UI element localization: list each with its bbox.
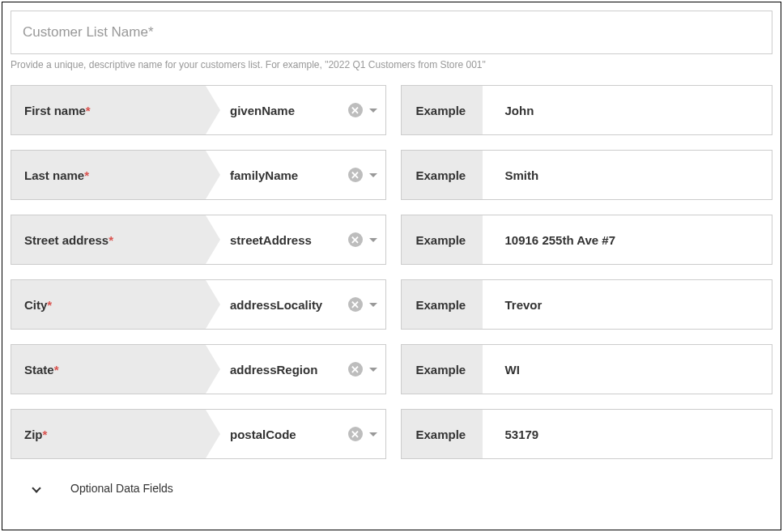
field-label-text: State [24,363,54,377]
field-row: City*addressLocality✕ExampleTrevor [11,279,772,330]
clear-icon[interactable]: ✕ [348,103,363,117]
example-label: Example [402,151,483,199]
chevron-down-icon[interactable] [369,432,377,436]
field-mapping-value: streetAddress [230,233,343,247]
clear-icon[interactable]: ✕ [348,232,363,247]
field-mapping-select[interactable]: addressLocality✕ [206,280,385,329]
field-example-box: ExampleJohn [401,85,773,135]
field-mapping-box: City*addressLocality✕ [11,279,386,330]
field-mapping-box: First name*givenName✕ [11,85,386,135]
example-value: WI [483,345,772,394]
field-label: Zip* [11,410,206,458]
example-label: Example [402,345,483,394]
required-asterisk: * [109,233,113,247]
field-label-text: Zip [24,428,43,441]
field-label: State* [11,345,206,394]
field-mapping-value: familyName [230,168,343,182]
field-label-text: Street address [24,233,109,247]
field-example-box: ExampleWI [401,344,773,394]
field-mapping-box: State*addressRegion✕ [11,344,386,394]
field-row: Street address*streetAddress✕Example1091… [11,215,772,265]
field-mapping-box: Street address*streetAddress✕ [11,215,386,265]
field-row: Zip*postalCode✕Example53179 [11,409,772,459]
clear-icon[interactable]: ✕ [348,297,363,312]
field-mapping-value: addressLocality [230,298,343,312]
field-row: Last name*familyName✕ExampleSmith [11,150,772,200]
required-asterisk: * [84,168,89,182]
example-value: Trevor [483,280,772,329]
field-label: City* [11,280,206,329]
field-mapping-value: addressRegion [230,363,343,377]
required-asterisk: * [54,363,59,377]
form-container: Provide a unique, descriptive name for y… [2,2,781,530]
field-label: First name* [11,86,206,134]
example-label: Example [402,215,483,264]
field-example-box: ExampleTrevor [401,279,773,330]
field-label: Last name* [11,151,206,199]
field-mapping-value: givenName [230,104,343,117]
clear-icon[interactable]: ✕ [348,362,363,377]
field-label-text: Last name [24,168,84,182]
example-label: Example [402,86,483,134]
required-asterisk: * [47,298,52,312]
example-label: Example [402,410,483,458]
customer-list-name-input[interactable] [11,11,772,54]
chevron-down-icon [32,483,40,492]
field-row: First name*givenName✕ExampleJohn [11,85,772,135]
field-mapping-select[interactable]: familyName✕ [206,151,385,199]
required-asterisk: * [43,428,48,441]
example-value: 10916 255th Ave #7 [483,215,772,264]
chevron-down-icon[interactable] [369,368,377,372]
name-hint: Provide a unique, descriptive name for y… [11,59,772,70]
example-value: 53179 [483,410,772,458]
field-mapping-select[interactable]: addressRegion✕ [206,345,385,394]
field-mapping-box: Zip*postalCode✕ [11,409,386,459]
example-label: Example [402,280,483,329]
field-mapping-select[interactable]: streetAddress✕ [206,215,385,264]
field-example-box: Example10916 255th Ave #7 [401,215,773,265]
field-mapping-select[interactable]: givenName✕ [206,86,385,134]
optional-data-fields-toggle[interactable]: Optional Data Fields [11,482,772,495]
field-example-box: ExampleSmith [401,150,773,200]
field-mapping-box: Last name*familyName✕ [11,150,386,200]
example-value: John [483,86,772,134]
field-row: State*addressRegion✕ExampleWI [11,344,772,394]
chevron-down-icon[interactable] [369,173,377,177]
field-label-text: City [24,298,47,312]
field-mapping-select[interactable]: postalCode✕ [206,410,385,458]
field-example-box: Example53179 [401,409,773,459]
example-value: Smith [483,151,772,199]
chevron-down-icon[interactable] [369,238,377,242]
optional-data-fields-label: Optional Data Fields [70,482,173,495]
clear-icon[interactable]: ✕ [348,427,363,441]
clear-icon[interactable]: ✕ [348,168,363,182]
field-mapping-value: postalCode [230,428,343,441]
chevron-down-icon[interactable] [369,109,377,113]
chevron-down-icon[interactable] [369,303,377,307]
required-asterisk: * [86,104,91,117]
field-label-text: First name [24,104,86,117]
field-label: Street address* [11,215,206,264]
